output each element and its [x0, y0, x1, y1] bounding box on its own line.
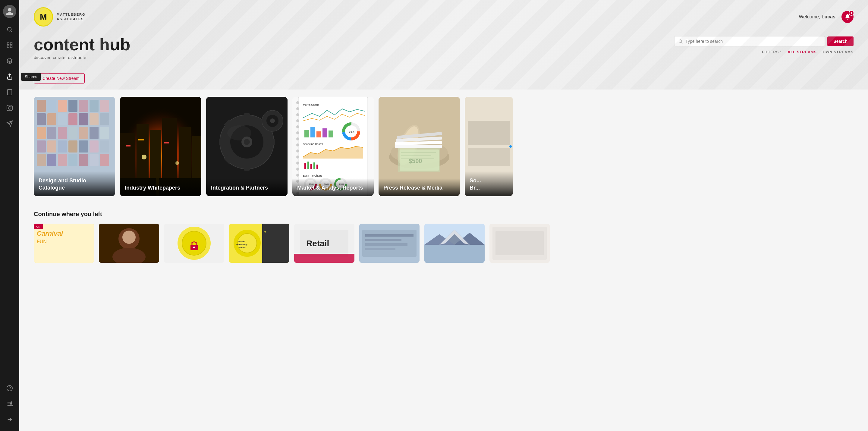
svg-rect-31	[100, 100, 109, 112]
continue-card-retail[interactable]: Retail	[294, 224, 354, 263]
welcome-name: Lucas	[822, 14, 835, 19]
carnival-visual: Carnival FUN FUN	[34, 224, 94, 263]
stream-card-industry[interactable]: Industry Whitepapers	[120, 97, 201, 196]
avatar[interactable]	[3, 5, 16, 18]
create-stream-button[interactable]: + Create New Stream	[34, 73, 85, 84]
svg-text:Sparkline Charts: Sparkline Charts	[303, 143, 323, 146]
svg-rect-68	[126, 145, 130, 147]
search-button[interactable]: Search	[827, 36, 854, 46]
svg-text:FUN: FUN	[35, 225, 40, 228]
continue-card-mountain[interactable]	[424, 224, 485, 263]
hub-title-area: content hub discover, curate, distribute	[34, 36, 130, 67]
svg-rect-126	[316, 164, 318, 169]
svg-rect-55	[58, 154, 67, 166]
svg-point-21	[10, 403, 12, 404]
svg-rect-125	[313, 162, 315, 169]
continue-card-yellow[interactable]	[164, 224, 224, 263]
filters-label: FILTERS :	[762, 50, 781, 54]
svg-point-87	[244, 139, 250, 145]
sidebar-shares-icon[interactable]: Shares	[3, 70, 16, 83]
stream-card-press[interactable]: $500 Press Release & Media	[378, 97, 460, 196]
svg-point-98	[296, 125, 299, 128]
stream-card-social[interactable]: So...Br...	[465, 97, 513, 196]
search-row: Search	[674, 36, 854, 47]
continue-section: Continue where you left Carnival FUN FUN	[19, 204, 868, 270]
sidebar-export-icon[interactable]	[3, 413, 16, 426]
svg-rect-112	[310, 127, 315, 137]
svg-point-71	[142, 155, 147, 159]
sidebar-send-icon[interactable]	[3, 117, 16, 130]
svg-text:Easy Pie Charts: Easy Pie Charts	[303, 174, 322, 177]
svg-line-1	[11, 31, 12, 32]
svg-rect-49	[68, 141, 78, 153]
svg-point-97	[296, 119, 299, 122]
card-overlay-design: Design and Studio Catalogue	[34, 171, 115, 196]
svg-rect-123	[307, 161, 309, 169]
stream-card-design[interactable]: Design and Studio Catalogue	[34, 97, 115, 196]
continue-row: Carnival FUN FUN	[34, 224, 854, 263]
card-title-design: Design and Studio Catalogue	[38, 177, 110, 191]
svg-point-91	[227, 125, 251, 141]
search-input[interactable]	[685, 39, 821, 44]
continue-card-extra[interactable]	[490, 224, 550, 263]
continue-card-portrait-bg	[99, 224, 159, 263]
filters-row: FILTERS : ALL STREAMS OWN STREAMS	[674, 50, 854, 54]
continue-card-media[interactable]	[359, 224, 420, 263]
top-bar: M MATTLEBERG ASSOCIATES Welcome, Lucas 1	[34, 7, 854, 27]
stream-card-market[interactable]: Morris Charts	[292, 97, 374, 196]
media-visual	[359, 224, 420, 263]
svg-rect-56	[68, 154, 78, 166]
svg-text:Technology: Technology	[236, 244, 247, 246]
svg-rect-40	[47, 127, 56, 139]
svg-rect-57	[79, 154, 88, 166]
sidebar-search-icon[interactable]	[3, 23, 16, 36]
search-filter-area: Search FILTERS : ALL STREAMS OWN STREAMS	[674, 36, 854, 54]
continue-card-tech[interactable]: Global Technology Trends M	[229, 224, 289, 263]
svg-rect-43	[79, 127, 88, 139]
svg-rect-53	[37, 154, 46, 166]
card-overlay-social: So...Br...	[465, 171, 513, 196]
continue-card-portrait[interactable]	[99, 224, 159, 263]
svg-rect-50	[79, 141, 88, 153]
extra-visual	[490, 224, 550, 263]
sidebar-settings-icon[interactable]	[3, 397, 16, 410]
svg-rect-44	[90, 127, 98, 139]
svg-rect-54	[47, 154, 56, 166]
svg-rect-113	[316, 131, 321, 137]
sidebar-instagram-icon[interactable]	[3, 101, 16, 115]
svg-rect-42	[68, 127, 78, 139]
stream-card-integration[interactable]: Integration & Partners	[206, 97, 287, 196]
notification-button[interactable]: 1	[841, 11, 854, 23]
hub-title: content hub	[34, 36, 130, 53]
retail-visual: Retail	[294, 224, 354, 263]
svg-rect-145	[395, 145, 442, 148]
svg-point-105	[296, 167, 299, 171]
svg-text:Morris Charts: Morris Charts	[303, 103, 319, 106]
svg-rect-79	[244, 163, 250, 171]
logo-name-line2: ASSOCIATES	[57, 17, 86, 22]
svg-text:M: M	[264, 230, 266, 233]
card-title-industry: Industry Whitepapers	[125, 184, 196, 191]
svg-rect-51	[90, 141, 98, 153]
filter-own-streams[interactable]: OWN STREAMS	[823, 50, 854, 54]
svg-point-20	[11, 402, 12, 403]
svg-rect-181	[294, 254, 354, 263]
sidebar-tablet-icon[interactable]	[3, 86, 16, 99]
continue-card-carnival[interactable]: Carnival FUN FUN	[34, 224, 94, 263]
svg-rect-4	[7, 46, 9, 48]
svg-rect-33	[47, 113, 56, 125]
svg-rect-32	[37, 113, 46, 125]
main-content: M MATTLEBERG ASSOCIATES Welcome, Lucas 1	[19, 0, 868, 431]
sidebar-stack-icon[interactable]	[3, 54, 16, 67]
cards-row: Design and Studio Catalogue	[34, 97, 868, 196]
svg-rect-25	[37, 100, 46, 112]
svg-rect-196	[495, 231, 544, 255]
card-title-integration: Integration & Partners	[211, 184, 283, 191]
svg-rect-8	[7, 90, 12, 95]
svg-point-164	[122, 230, 135, 244]
svg-rect-34	[58, 113, 67, 125]
filter-all-streams[interactable]: ALL STREAMS	[788, 50, 817, 54]
sidebar-layers-icon[interactable]	[3, 38, 16, 52]
svg-line-24	[681, 42, 683, 43]
sidebar-help-icon[interactable]	[3, 381, 16, 395]
